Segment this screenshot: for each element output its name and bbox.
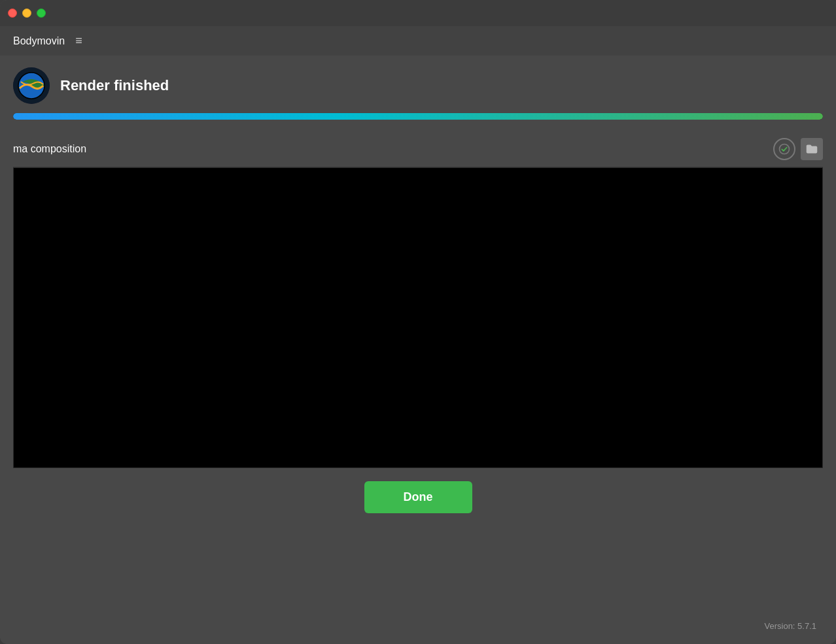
composition-name: ma composition (13, 143, 86, 155)
main-content: ma composition (0, 129, 836, 468)
folder-icon[interactable] (801, 138, 823, 160)
progress-bar-fill (13, 113, 823, 120)
svg-point-3 (780, 144, 790, 154)
hamburger-menu-icon[interactable]: ≡ (75, 34, 82, 48)
progress-bar-container (13, 113, 823, 120)
preview-area (13, 167, 823, 468)
render-status-title: Render finished (60, 77, 169, 94)
composition-actions (773, 138, 823, 160)
maximize-button[interactable] (37, 8, 46, 18)
version-text: Version: 5.7.1 (13, 621, 823, 631)
header-content: Render finished (13, 67, 823, 104)
app-window: Bodymovin ≡ Render finishe (0, 0, 836, 644)
check-circle-icon[interactable] (773, 138, 795, 160)
title-bar (0, 0, 836, 26)
app-logo (13, 67, 50, 104)
minimize-button[interactable] (22, 8, 31, 18)
composition-row: ma composition (13, 129, 823, 167)
header-section: Render finished (0, 56, 836, 129)
menu-bar: Bodymovin ≡ (0, 26, 836, 56)
app-title: Bodymovin (13, 35, 65, 47)
done-button[interactable]: Done (364, 481, 472, 513)
traffic-lights (8, 8, 46, 18)
close-button[interactable] (8, 8, 17, 18)
footer: Done Version: 5.7.1 (0, 468, 836, 644)
